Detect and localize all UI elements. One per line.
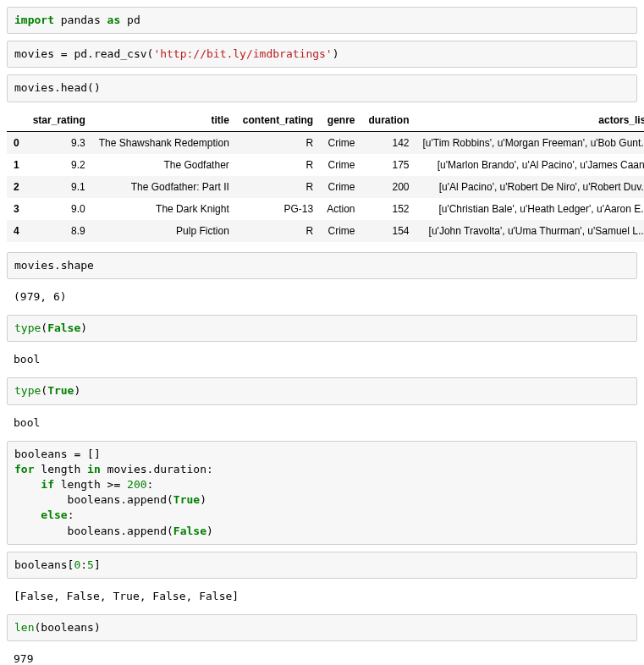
cell: [u'John Travolta', u'Uma Thurman', u'Sam… bbox=[416, 220, 644, 242]
row-index: 2 bbox=[7, 176, 26, 198]
code-cell[interactable]: movies.head() bbox=[7, 74, 637, 102]
col-header: title bbox=[92, 109, 236, 132]
code-cell[interactable]: import pandas as pd bbox=[7, 7, 637, 34]
table-row: 39.0The Dark KnightPG-13Action152[u'Chri… bbox=[7, 198, 644, 220]
code-cell[interactable]: type(False) bbox=[7, 315, 637, 342]
cell: R bbox=[236, 154, 320, 176]
cell: [u'Marlon Brando', u'Al Pacino', u'James… bbox=[416, 154, 644, 176]
row-index: 3 bbox=[7, 198, 26, 220]
table-body: 09.3The Shawshank RedemptionRCrime142[u'… bbox=[7, 131, 644, 242]
cell: Pulp Fiction bbox=[92, 220, 236, 242]
cell: 200 bbox=[362, 176, 416, 198]
cell: 175 bbox=[362, 154, 416, 176]
row-index: 1 bbox=[7, 154, 26, 176]
cell: The Godfather: Part II bbox=[92, 176, 236, 198]
cell: The Dark Knight bbox=[92, 198, 236, 220]
table-row: 29.1The Godfather: Part IIRCrime200[u'Al… bbox=[7, 176, 644, 198]
cell: Crime bbox=[320, 154, 361, 176]
cell: 152 bbox=[362, 198, 416, 220]
cell: 9.2 bbox=[26, 154, 92, 176]
row-index: 4 bbox=[7, 220, 26, 242]
col-header: genre bbox=[320, 109, 361, 132]
table-header-row: star_rating title content_rating genre d… bbox=[7, 109, 644, 132]
cell: The Shawshank Redemption bbox=[92, 131, 236, 154]
col-header: actors_list bbox=[416, 109, 644, 132]
cell: 9.1 bbox=[26, 176, 92, 198]
table-row: 48.9Pulp FictionRCrime154[u'John Travolt… bbox=[7, 220, 644, 242]
code-cell[interactable]: booleans[0:5] bbox=[7, 552, 637, 579]
cell: 9.0 bbox=[26, 198, 92, 220]
row-index: 0 bbox=[7, 131, 26, 154]
text-output: bool bbox=[7, 349, 637, 377]
cell: R bbox=[236, 131, 320, 154]
code-cell[interactable]: type(True) bbox=[7, 377, 637, 404]
cell: [u'Al Pacino', u'Robert De Niro', u'Robe… bbox=[416, 176, 644, 198]
code-cell[interactable]: booleans = [] for length in movies.durat… bbox=[7, 441, 637, 545]
cell: PG-13 bbox=[236, 198, 320, 220]
cell: Crime bbox=[320, 220, 361, 242]
text-output: 979 bbox=[7, 648, 637, 665]
cell: 154 bbox=[362, 220, 416, 242]
cell: 142 bbox=[362, 131, 416, 154]
cell: 9.3 bbox=[26, 131, 92, 154]
cell: R bbox=[236, 220, 320, 242]
text-output: [False, False, True, False, False] bbox=[7, 585, 637, 614]
cell: Crime bbox=[320, 131, 361, 154]
code-cell[interactable]: len(booleans) bbox=[7, 614, 637, 641]
text-output: (979, 6) bbox=[7, 286, 637, 315]
cell: [u'Tim Robbins', u'Morgan Freeman', u'Bo… bbox=[416, 131, 644, 154]
cell: [u'Christian Bale', u'Heath Ledger', u'A… bbox=[416, 198, 644, 220]
code-cell[interactable]: movies = pd.read_csv('http://bit.ly/imdb… bbox=[7, 41, 637, 68]
cell: R bbox=[236, 176, 320, 198]
text-output: bool bbox=[7, 412, 637, 441]
col-header: star_rating bbox=[26, 109, 92, 132]
cell: 8.9 bbox=[26, 220, 92, 242]
cell: Crime bbox=[320, 176, 361, 198]
index-header bbox=[7, 109, 26, 132]
cell: The Godfather bbox=[92, 154, 236, 176]
col-header: duration bbox=[362, 109, 416, 132]
cell: Action bbox=[320, 198, 361, 220]
code-cell[interactable]: movies.shape bbox=[7, 252, 637, 279]
col-header: content_rating bbox=[236, 109, 320, 132]
dataframe-output: star_rating title content_rating genre d… bbox=[7, 109, 644, 242]
table-row: 09.3The Shawshank RedemptionRCrime142[u'… bbox=[7, 131, 644, 154]
table-row: 19.2The GodfatherRCrime175[u'Marlon Bran… bbox=[7, 154, 644, 176]
